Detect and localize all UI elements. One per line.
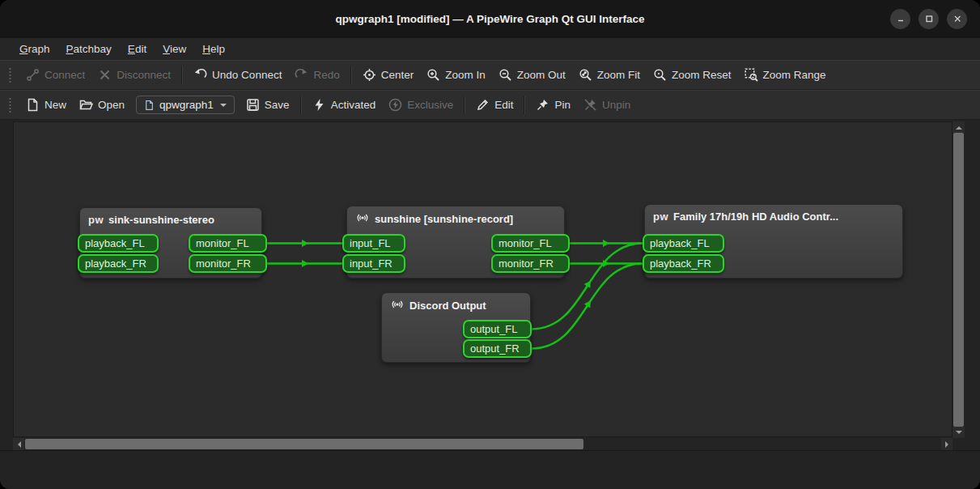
arrow-down-icon	[956, 431, 962, 437]
unpin-button[interactable]: Unpin	[577, 95, 637, 115]
zoom-out-button[interactable]: Zoom Out	[492, 65, 572, 85]
zoom-fit-button[interactable]: Zoom Fit	[572, 65, 647, 85]
node-title: sink-sunshine-stereo	[108, 214, 214, 226]
connect-button[interactable]: Connect	[19, 65, 91, 85]
disconnect-button[interactable]: Disconnect	[91, 65, 177, 85]
connect-icon	[26, 68, 40, 82]
patchbay-arrow-icon	[302, 260, 308, 267]
center-label: Center	[381, 69, 414, 81]
edit-toggle[interactable]: Edit	[469, 95, 520, 115]
patchbay-arrow-icon	[603, 240, 609, 247]
menu-edit[interactable]: Edit	[120, 40, 155, 57]
scroll-down-button[interactable]	[952, 427, 965, 438]
zoom-reset-button[interactable]: Zoom Reset	[647, 65, 738, 85]
node-title: Discord Output	[409, 300, 486, 312]
toolbar-grip[interactable]	[8, 97, 12, 113]
edit-label: Edit	[494, 99, 513, 111]
close-icon	[952, 12, 962, 27]
node-header: pw sink-sunshine-stereo	[80, 208, 261, 226]
port-input[interactable]: input_FL	[342, 234, 405, 253]
port-input[interactable]: playback_FR	[78, 254, 159, 273]
scroll-right-button[interactable]	[941, 438, 952, 450]
zoom-in-button[interactable]: Zoom In	[420, 65, 492, 85]
unpin-icon	[583, 98, 597, 112]
toolbar-grip[interactable]	[8, 67, 12, 83]
toolbar-separator	[300, 96, 302, 114]
minimize-icon	[896, 12, 906, 27]
pipewire-icon: pw	[653, 210, 668, 223]
port-input[interactable]: playback_FL	[78, 234, 159, 253]
port-input[interactable]: input_FR	[342, 254, 405, 273]
arrow-right-icon	[945, 441, 952, 448]
zoom-range-button[interactable]: Zoom Range	[738, 65, 833, 85]
broadcast-icon	[390, 299, 405, 313]
horizontal-scrollbar[interactable]	[13, 438, 952, 450]
open-patchbay-button[interactable]: Open	[73, 95, 131, 115]
zoom-in-icon	[426, 68, 440, 82]
port-output[interactable]: monitor_FR	[491, 254, 570, 273]
arrow-left-icon	[15, 441, 21, 448]
zoom-range-label: Zoom Range	[763, 69, 826, 81]
activated-toggle[interactable]: Activated	[306, 95, 383, 115]
port-output[interactable]: output_FL	[463, 320, 532, 338]
menu-graph[interactable]: Graph	[11, 40, 58, 57]
menu-patchbay[interactable]: Patchbay	[58, 40, 120, 57]
pin-label: Pin	[554, 99, 571, 111]
maximize-button[interactable]	[918, 9, 939, 29]
exclusive-bolt-icon	[388, 98, 402, 112]
node-title: sunshine [sunshine-record]	[375, 213, 513, 225]
exclusive-label: Exclusive	[407, 99, 453, 111]
port-output[interactable]: monitor_FR	[189, 254, 267, 273]
window-title: qpwgraph1 [modified] — A PipeWire Graph …	[335, 13, 644, 25]
horizontal-scroll-thumb[interactable]	[25, 439, 583, 449]
save-label: Save	[265, 99, 290, 111]
vertical-scrollbar[interactable]	[952, 121, 965, 438]
port-output[interactable]: output_FR	[463, 339, 532, 358]
zoom-out-icon	[498, 68, 512, 82]
pipewire-icon: pw	[88, 214, 104, 226]
port-output[interactable]: monitor_FL	[491, 234, 570, 253]
edit-pencil-icon	[476, 98, 490, 112]
pin-button[interactable]: Pin	[529, 95, 577, 115]
patchbay-file-icon	[144, 100, 155, 111]
statusbar: 110 %	[0, 450, 980, 489]
close-button[interactable]	[947, 9, 967, 29]
port-input[interactable]: playback_FR	[643, 254, 724, 273]
new-label: New	[45, 99, 66, 111]
scroll-up-button[interactable]	[952, 121, 965, 133]
minimize-button[interactable]	[890, 9, 910, 29]
connection-layer	[14, 122, 952, 436]
new-patchbay-button[interactable]: New	[19, 95, 73, 115]
patchbay-arrow-icon	[584, 279, 594, 288]
titlebar: qpwgraph1 [modified] — A PipeWire Graph …	[0, 0, 980, 38]
toolbar-separator	[350, 66, 352, 84]
unpin-label: Unpin	[602, 99, 630, 111]
patchbay-file-combo[interactable]: qpwgraph1	[136, 96, 235, 114]
menu-view[interactable]: View	[155, 40, 194, 57]
center-icon	[363, 68, 376, 82]
center-button[interactable]: Center	[356, 65, 421, 85]
zoom-fit-icon	[579, 68, 592, 82]
undo-connect-label: Undo Connect	[212, 69, 282, 81]
maximize-icon	[924, 12, 934, 27]
port-output[interactable]: monitor_FL	[189, 234, 267, 253]
redo-button[interactable]: Redo	[288, 65, 346, 85]
new-file-icon	[26, 98, 40, 112]
undo-connect-button[interactable]: Undo Connect	[187, 65, 288, 85]
toolbar-separator	[524, 96, 525, 114]
vertical-scroll-thumb[interactable]	[953, 133, 964, 427]
port-input[interactable]: playback_FL	[643, 234, 724, 253]
redo-label: Redo	[313, 69, 339, 81]
scroll-left-button[interactable]	[13, 438, 24, 450]
exclusive-toggle[interactable]: Exclusive	[382, 95, 460, 115]
redo-icon	[295, 68, 308, 82]
zoom-fit-label: Zoom Fit	[597, 69, 640, 81]
save-patchbay-button[interactable]: Save	[240, 95, 296, 115]
menu-help[interactable]: Help	[194, 40, 233, 57]
save-icon	[246, 98, 260, 112]
zoom-range-icon	[745, 68, 758, 82]
toolbar-separator	[181, 66, 183, 84]
patchbay-file-name: qpwgraph1	[159, 99, 214, 111]
graph-canvas[interactable]: pw sink-sunshine-stereo playback_FL play…	[13, 121, 952, 437]
app-window: qpwgraph1 [modified] — A PipeWire Graph …	[0, 0, 980, 489]
